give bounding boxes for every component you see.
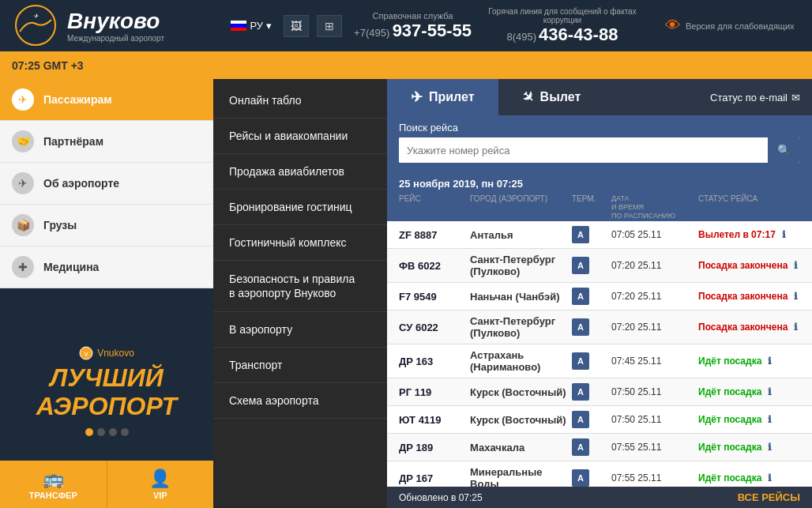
- menu-item-board[interactable]: Онлайн табло: [213, 83, 387, 119]
- flight-number: ФВ 6022: [399, 260, 470, 272]
- info-icon[interactable]: ℹ: [768, 386, 772, 397]
- tabs: ✈ Прилет ✈ Вылет Статус по e-mail ✉: [387, 79, 812, 115]
- flight-number: ДР 189: [399, 442, 470, 453]
- info-icon[interactable]: ℹ: [768, 414, 772, 425]
- menu-item-map[interactable]: Схема аэропорта: [213, 383, 387, 419]
- lang-selector[interactable]: РУ ▾: [231, 20, 272, 32]
- flight-status: Идёт посадка ℹ: [698, 442, 800, 453]
- menu-item-flights[interactable]: Рейсы и авиакомпании: [213, 119, 387, 154]
- hotline-label: Горячая линия для сообщений о фактах кор…: [483, 7, 641, 24]
- departure-icon: ✈: [517, 87, 538, 107]
- vip-label: VIP: [153, 491, 167, 500]
- sidebar-item-partners[interactable]: 🤝 Партнёрам: [0, 121, 213, 163]
- banner-dots: [85, 428, 129, 436]
- table-row[interactable]: ДР 189 Махачкала А 07:55 25.11 Идёт поса…: [387, 434, 812, 461]
- visually-impaired-btn[interactable]: 👁 Версия для слабовидящих: [665, 17, 795, 35]
- hotline-phone: 8(495) 436-43-88: [483, 24, 641, 45]
- table-row[interactable]: F7 9549 Наньчан (Чанбэй) А 07:20 25.11 П…: [387, 283, 812, 310]
- header: ✈ Внуково Международный аэропорт РУ ▾ 🖼 …: [0, 0, 812, 51]
- sidebar-item-passengers[interactable]: ✈ Пассажирам: [0, 79, 213, 121]
- tab-departures[interactable]: ✈ Вылет: [498, 79, 605, 115]
- arrival-icon: ✈: [411, 88, 423, 106]
- reference-label: Справочная служба: [354, 11, 472, 21]
- info-icon[interactable]: ℹ: [768, 442, 772, 453]
- passengers-icon: ✈: [12, 88, 34, 111]
- flight-number: F7 9549: [399, 291, 470, 303]
- flight-time: 07:50 25.11: [611, 414, 698, 425]
- info-icon[interactable]: ℹ: [768, 356, 772, 367]
- status-email-button[interactable]: Статус по e-mail ✉: [710, 92, 800, 103]
- flight-time: 07:20 25.11: [611, 260, 698, 271]
- flight-number: ZF 8887: [399, 229, 470, 241]
- dot-2[interactable]: [97, 428, 105, 436]
- image-icon[interactable]: 🖼: [284, 15, 309, 37]
- contact-info: Справочная служба +7(495) 937-55-55: [354, 11, 472, 41]
- logo-subtitle: Международный аэропорт: [67, 34, 164, 43]
- terminal-badge: А: [572, 318, 611, 336]
- chevron-down-icon: ▾: [266, 20, 272, 32]
- medicine-icon: ✚: [12, 256, 34, 278]
- info-icon[interactable]: ℹ: [782, 229, 786, 240]
- flight-status: Вылетел в 07:17 ℹ: [698, 229, 800, 240]
- flight-city: Анталья: [470, 229, 572, 241]
- sidebar: ✈ Пассажирам 🤝 Партнёрам ✈ Об аэропорте …: [0, 79, 213, 508]
- vip-icon: 👤: [149, 468, 171, 489]
- search-input[interactable]: [399, 137, 768, 163]
- eye-icon: 👁: [665, 17, 681, 35]
- about-icon: ✈: [12, 172, 34, 194]
- search-button[interactable]: 🔍: [768, 137, 800, 163]
- svg-point-0: [16, 6, 55, 45]
- tab-arrivals[interactable]: ✈ Прилет: [387, 79, 498, 115]
- terminal-badge: А: [572, 288, 611, 305]
- time-bar: 07:25 GMT +3: [0, 51, 812, 79]
- dot-3[interactable]: [109, 428, 117, 436]
- dot-1[interactable]: [85, 428, 93, 436]
- terminal-badge: А: [572, 469, 611, 487]
- menu-item-transport[interactable]: Транспорт: [213, 348, 387, 383]
- menu-item-airport[interactable]: В аэропорту: [213, 312, 387, 348]
- svg-text:✈: ✈: [33, 13, 39, 20]
- hotline-info: Горячая линия для сообщений о фактах кор…: [483, 7, 641, 45]
- menu-item-tickets[interactable]: Продажа авиабилетов: [213, 154, 387, 190]
- email-icon: ✉: [791, 92, 800, 103]
- sidebar-label-medicine: Медицина: [43, 261, 99, 273]
- table-row[interactable]: ЮТ 4119 Курск (Восточный) А 07:50 25.11 …: [387, 406, 812, 434]
- vip-button[interactable]: 👤 VIP: [107, 461, 214, 508]
- sidebar-item-about[interactable]: ✈ Об аэропорте: [0, 163, 213, 205]
- flight-time: 07:20 25.11: [611, 322, 698, 333]
- col-city: ГОРОД (АЭРОПОРТ): [470, 194, 572, 220]
- dot-4[interactable]: [121, 428, 129, 436]
- table-row[interactable]: ДР 167 Минеральные Воды А 07:55 25.11 Ид…: [387, 461, 812, 487]
- flight-city: Наньчан (Чанбэй): [470, 291, 572, 303]
- date-col-header-area: 25 ноября 2019, пн 07:25 РЕЙС ГОРОД (АЭР…: [387, 172, 812, 221]
- info-icon[interactable]: ℹ: [794, 260, 798, 271]
- table-row[interactable]: ДР 163 Астрахань (Нариманово) А 07:45 25…: [387, 344, 812, 378]
- flight-time: 07:55 25.11: [611, 442, 698, 453]
- search-area: Поиск рейса 🔍: [387, 115, 812, 172]
- table-row[interactable]: ФВ 6022 Санкт-Петербург (Пулково) А 07:2…: [387, 249, 812, 283]
- terminal-badge: А: [572, 226, 611, 243]
- table-row[interactable]: СУ 6022 Санкт-Петербург (Пулково) А 07:2…: [387, 310, 812, 344]
- transfer-button[interactable]: 🚌 ТРАНСФЕР: [0, 461, 107, 508]
- terminal-badge: А: [572, 352, 611, 370]
- flight-panel: ✈ Прилет ✈ Вылет Статус по e-mail ✉ Поис…: [387, 79, 812, 508]
- date-header: 25 ноября 2019, пн 07:25: [399, 176, 800, 193]
- info-icon[interactable]: ℹ: [794, 291, 798, 302]
- header-center: РУ ▾ 🖼 ⊞ Справочная служба +7(495) 937-5…: [225, 7, 800, 45]
- dropdown-menu: Онлайн табло Рейсы и авиакомпании Продаж…: [213, 79, 387, 508]
- sidebar-item-cargo[interactable]: 📦 Грузы: [0, 205, 213, 246]
- flight-status: Идёт посадка ℹ: [698, 386, 800, 397]
- menu-item-security[interactable]: Безопасность и правилав аэропорту Внуков…: [213, 261, 387, 312]
- flight-status: Посадка закончена ℹ: [698, 260, 800, 271]
- cargo-icon: 📦: [12, 214, 34, 236]
- svg-text:V: V: [85, 352, 88, 357]
- sidebar-item-medicine[interactable]: ✚ Медицина: [0, 246, 213, 288]
- table-row[interactable]: РГ 119 Курск (Восточный) А 07:50 25.11 И…: [387, 378, 812, 406]
- table-row[interactable]: ZF 8887 Анталья А 07:05 25.11 Вылетел в …: [387, 221, 812, 249]
- gallery-icon[interactable]: ⊞: [317, 15, 342, 37]
- menu-item-hotels[interactable]: Бронирование гостиниц: [213, 190, 387, 225]
- info-icon[interactable]: ℹ: [768, 472, 772, 484]
- all-flights-link[interactable]: ВСЕ РЕЙСЫ: [738, 491, 800, 503]
- info-icon[interactable]: ℹ: [794, 322, 798, 333]
- menu-item-hotel-complex[interactable]: Гостиничный комплекс: [213, 225, 387, 261]
